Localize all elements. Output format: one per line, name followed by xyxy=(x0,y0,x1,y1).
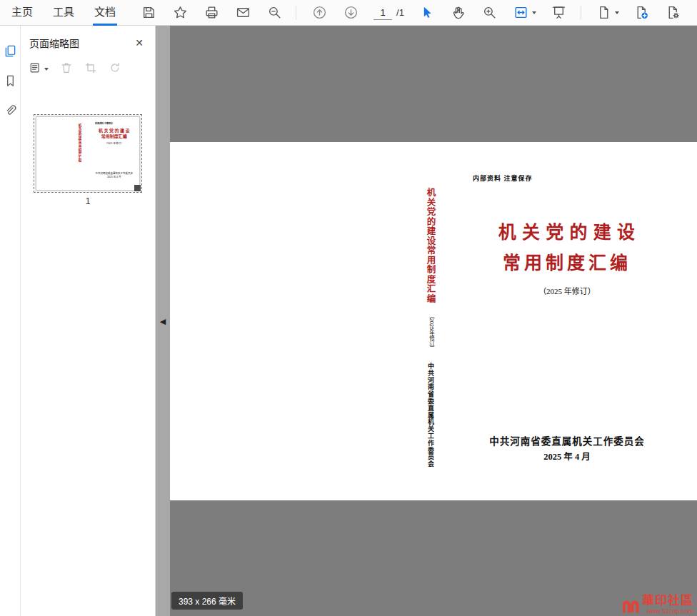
zoom-in-button[interactable] xyxy=(481,4,498,22)
presentation-mode-button[interactable] xyxy=(551,4,568,22)
rotate-page-button[interactable] xyxy=(109,61,121,77)
add-page-icon xyxy=(634,5,649,20)
save-button[interactable] xyxy=(140,4,157,22)
watermark-text-block: 華印社區 www.52cnp.com xyxy=(642,595,693,615)
page-thumbnails-icon xyxy=(4,44,17,61)
crop-page-button[interactable] xyxy=(84,61,97,77)
projector-screen-icon xyxy=(551,5,566,20)
hand-tool-button[interactable] xyxy=(450,4,467,22)
cover-title-line2: 常用制度汇编 xyxy=(441,248,693,274)
page-up-button[interactable] xyxy=(311,4,328,22)
main-toolbar: 主页 工具 文档 /1 xyxy=(0,0,697,26)
cover-subtitle: （2025 年修订） xyxy=(441,285,693,296)
cover-organization: 中共河南省委直属机关工作委员会 xyxy=(441,433,693,448)
thumbnail-cover-subtitle: （2025 年修订） xyxy=(91,141,137,145)
thumbnail-preview: 内部资料 注意保存 机关党的建设常用制度汇编 机 关 党 的 建 设 常用制度汇… xyxy=(36,116,140,191)
thumbnail-page-number: 1 xyxy=(21,196,155,206)
cover-title-line1: 机 关 党 的 建 设 xyxy=(441,142,693,243)
toolbar-separator xyxy=(296,6,296,20)
tab-document[interactable]: 文档 xyxy=(84,0,126,26)
page-options-button[interactable] xyxy=(596,4,619,22)
page-count-label: /1 xyxy=(396,7,404,18)
chevron-down-icon xyxy=(44,68,49,71)
star-button[interactable] xyxy=(171,4,189,22)
arrow-up-circle-icon xyxy=(312,5,327,20)
page-gear-icon xyxy=(666,5,681,20)
tab-home[interactable]: 主页 xyxy=(1,0,43,26)
cover-date: 2025 年 4 月 xyxy=(441,449,693,463)
panel-header: 页面缩略图 ✕ xyxy=(21,26,155,56)
page-number-input[interactable] xyxy=(373,6,392,20)
chevron-down-icon xyxy=(615,11,619,14)
thumbnail-cover-org: 中共河南省委直属机关工作委员会 2025 年 4 月 xyxy=(91,172,137,180)
save-icon xyxy=(141,5,156,20)
fit-width-button[interactable] xyxy=(513,4,536,22)
fit-width-icon-wrap xyxy=(513,4,530,22)
front-cover-block: 机 关 党 的 建 设 常用制度汇编 （2025 年修订） 中共河南省委直属机关… xyxy=(441,142,693,500)
rail-attachments-button[interactable] xyxy=(0,101,21,123)
chevron-down-icon xyxy=(532,11,536,14)
fit-width-icon xyxy=(513,5,528,20)
toolbar-separator xyxy=(581,6,581,20)
crop-icon xyxy=(84,61,97,77)
thumbnail-cover-title-1: 机 关 党 的 建 设 xyxy=(91,128,137,134)
panel-toolbar xyxy=(21,56,155,81)
page-down-button[interactable] xyxy=(342,4,359,22)
page-size-badge: 393 x 266 毫米 xyxy=(171,592,243,610)
watermark-logo-icon xyxy=(621,597,640,615)
page-settings-button[interactable] xyxy=(665,4,682,22)
navigation-rail xyxy=(0,26,21,616)
printer-icon xyxy=(204,5,219,20)
cursor-arrow-icon xyxy=(419,5,434,20)
hand-icon xyxy=(451,5,466,20)
page-icon xyxy=(596,5,611,20)
tab-tools[interactable]: 工具 xyxy=(43,0,84,26)
print-button[interactable] xyxy=(203,4,220,22)
thumbnails-panel: 页面缩略图 ✕ 内部资料 注意保存 机关党的建设常用制度汇编 xyxy=(21,26,156,616)
arrow-down-circle-icon xyxy=(344,5,358,20)
collapse-panel-icon[interactable]: ◀ xyxy=(160,317,166,325)
select-tool-button[interactable] xyxy=(418,4,436,22)
trash-icon xyxy=(60,61,73,77)
envelope-icon xyxy=(236,5,251,20)
watermark-name: 華印社區 xyxy=(642,595,693,607)
zoom-out-button[interactable] xyxy=(266,4,283,22)
thumbnail-date-line: 2025 年 4 月 xyxy=(91,176,137,180)
spine-organization: 中共河南省委直属机关工作委员会 xyxy=(427,363,433,468)
rail-bookmarks-button[interactable] xyxy=(0,71,21,93)
page-thumbnail[interactable]: 内部资料 注意保存 机关党的建设常用制度汇编 机 关 党 的 建 设 常用制度汇… xyxy=(34,114,142,193)
email-button[interactable] xyxy=(234,4,251,22)
watermark: 華印社區 www.52cnp.com xyxy=(621,595,693,615)
thumbnail-options-button[interactable] xyxy=(29,61,49,77)
rail-thumbnails-button[interactable] xyxy=(0,41,21,63)
bookmark-icon xyxy=(4,74,17,91)
thumbnail-spine-title: 机关党的建设常用制度汇编 xyxy=(78,123,81,162)
thumbnail-selection-handle xyxy=(134,185,141,191)
add-page-button[interactable] xyxy=(633,4,651,22)
thumbnail-notice-text: 内部资料 注意保存 xyxy=(95,122,113,125)
watermark-url: www.52cnp.com xyxy=(646,608,693,615)
pdf-viewer-window: 主页 工具 文档 /1 xyxy=(0,0,697,616)
thumbnail-cover-block: 机 关 党 的 建 设 常用制度汇编 （2025 年修订） xyxy=(91,128,137,145)
rotate-icon xyxy=(109,61,121,77)
paperclip-icon xyxy=(4,104,17,121)
zoom-out-icon xyxy=(267,5,282,20)
document-canvas[interactable]: 内部资料 注意保存 机关党的建设常用制度汇编 （2025年修订） 中共河南省委直… xyxy=(170,26,697,616)
close-icon[interactable]: ✕ xyxy=(132,36,146,49)
spine-title: 机关党的建设常用制度汇编 xyxy=(426,188,435,303)
spine-subtitle: （2025年修订） xyxy=(428,313,434,351)
panel-title: 页面缩略图 xyxy=(29,36,79,50)
star-icon xyxy=(173,5,188,20)
delete-page-button[interactable] xyxy=(60,61,73,77)
list-options-icon xyxy=(29,61,42,77)
zoom-in-icon xyxy=(482,5,497,20)
page-options-icon-wrap xyxy=(596,4,613,22)
thumbnail-cover-title-2: 常用制度汇编 xyxy=(91,134,137,140)
panel-divider[interactable]: ◀ xyxy=(156,26,170,616)
cover-page: 内部资料 注意保存 机关党的建设常用制度汇编 （2025年修订） 中共河南省委直… xyxy=(170,142,697,500)
